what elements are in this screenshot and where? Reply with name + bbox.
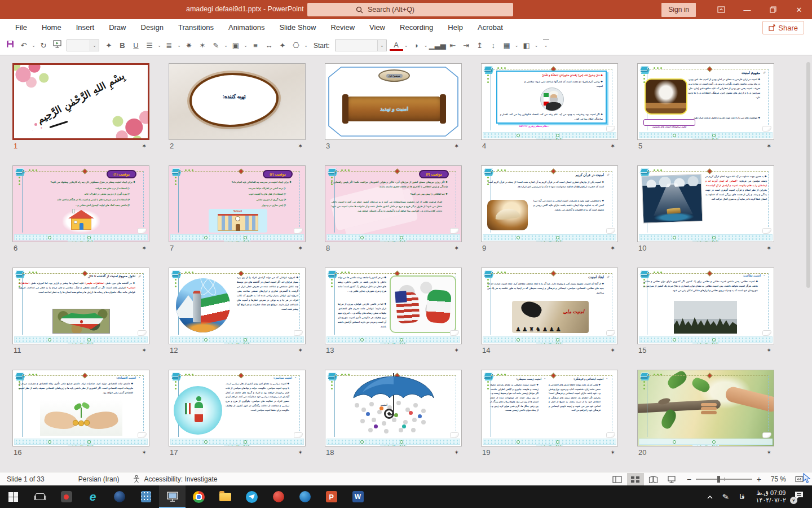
taskbar-app-file-explorer[interactable] xyxy=(212,485,239,508)
undo-dropdown-icon[interactable]: ⌄ xyxy=(30,40,37,52)
tab-review[interactable]: Review xyxy=(323,19,362,36)
save-button[interactable] xyxy=(3,40,17,52)
taskbar-app-telegram[interactable] xyxy=(239,485,265,508)
slide-thumbnail-6[interactable]: موقعیت (۱) ❖ برای ایجاد امنیت بیشتر در م… xyxy=(12,165,149,252)
notification-center-button[interactable]: ۲ xyxy=(794,491,804,502)
redo-button[interactable]: ↻ xyxy=(37,40,50,52)
zoom-percentage[interactable]: 75 % xyxy=(762,475,786,483)
windows-ink-button[interactable]: ✎ xyxy=(722,492,730,502)
shape-dropdown-icon[interactable]: ⌄ xyxy=(303,40,309,52)
share-button[interactable]: Share xyxy=(762,21,804,34)
slide-thumbnail-3[interactable]: موضوع اول امنیت و تهدید 3✶ xyxy=(325,63,462,150)
ribbon-display-options-button[interactable] xyxy=(708,0,734,19)
slide-thumbnail-17[interactable]: ▪ امنیت سیاسی: ❖ امنیت سیاسی به معنای ام… xyxy=(169,370,306,457)
tab-insert[interactable]: Insert xyxy=(69,19,102,36)
undo-button[interactable]: ↶ xyxy=(17,40,30,52)
resize-button[interactable]: ↕ xyxy=(487,40,500,52)
tab-acrobat[interactable]: Acrobat xyxy=(470,19,510,36)
normal-view-button[interactable] xyxy=(609,473,626,485)
numbering-button[interactable]: ≣ xyxy=(162,40,176,52)
effect-options-button[interactable]: ✦ xyxy=(276,40,289,52)
zoom-out-button[interactable]: − xyxy=(687,475,691,484)
tab-slide-show[interactable]: Slide Show xyxy=(272,19,323,36)
slide-thumbnail-1[interactable]: بِسْمِ اللهِ الرَّحْمٰنِ الرَّحِيم 1✶ xyxy=(12,63,149,150)
task-view-button[interactable] xyxy=(27,485,53,508)
zoom-slider-thumb[interactable] xyxy=(717,476,720,483)
slide-thumbnail-20[interactable]: آمادگی دفاعی پایه نهم 20✶ xyxy=(637,370,774,457)
fill-dropdown-icon[interactable]: ⌄ xyxy=(533,40,540,52)
slide-thumbnail-8[interactable]: موقعیت (۳) ❖ اگر روزی نیروهای مسلح کشور … xyxy=(325,165,462,252)
align-right-objects-button[interactable]: ⇥ xyxy=(460,40,473,52)
tab-home[interactable]: Home xyxy=(34,19,69,36)
zoom-in-button[interactable]: + xyxy=(757,475,761,484)
combobox-caret-icon[interactable]: ⌄ xyxy=(377,40,386,51)
tab-help[interactable]: Help xyxy=(440,19,470,36)
distribute-button[interactable]: ↔ xyxy=(262,40,276,52)
slide-thumbnail-2[interactable]: تهیه کننده: 2✶ xyxy=(169,63,306,150)
slide-thumbnail-4[interactable]: ❖ قالَ رَسُولُ الله (ص): نِعْمَتانِ مَجْ… xyxy=(481,63,618,150)
slide-thumbnail-15[interactable]: ▪ امنیت نظامی: ❖ امنیت نظامی، یعنی داشتن… xyxy=(637,268,774,354)
taskbar-app-edge[interactable]: e xyxy=(80,485,106,508)
qat-overflow-button[interactable]: ⌄ xyxy=(543,39,549,52)
align-left-objects-button[interactable]: ⇤ xyxy=(446,40,460,52)
slide-thumbnail-18[interactable]: امنیت آمادگی دفاعی پایه نهم 18✶ xyxy=(325,370,462,457)
shape-format-button[interactable]: ⎔ xyxy=(289,40,303,52)
slide-thumbnail-9[interactable]: ✎ امنیت در قرآن کریم ❖ امنیت یکی از نیاز… xyxy=(481,165,618,252)
combobox-caret-icon[interactable]: ⌄ xyxy=(90,40,99,51)
language-switch-button[interactable]: فا xyxy=(739,493,744,501)
tab-view[interactable]: View xyxy=(362,19,392,36)
tab-animations[interactable]: Animations xyxy=(221,19,272,36)
animation-star-button[interactable]: ✶ xyxy=(196,40,209,52)
show-hidden-icons-button[interactable] xyxy=(707,492,713,502)
bold-button[interactable]: B xyxy=(116,40,129,52)
tab-transitions[interactable]: Transitions xyxy=(171,19,221,36)
start-button[interactable] xyxy=(0,485,27,508)
slide-thumbnail-14[interactable]: ✎ ابعاد امنیت ❖ از آنجا که امنیت، مفهوم … xyxy=(481,268,618,354)
underline-button[interactable]: U xyxy=(129,40,143,52)
slide-thumbnail-7[interactable]: موقعیت (۲) ❖ برای ایجاد امنیت در مدرسه چ… xyxy=(169,165,306,252)
taskbar-app-chrome[interactable] xyxy=(186,485,212,508)
taskbar-app-media[interactable] xyxy=(53,485,80,508)
font-combobox[interactable]: ⌄ xyxy=(67,40,99,51)
picture-dropdown-icon[interactable]: ⌄ xyxy=(514,40,520,52)
arrange-button[interactable]: ▣ xyxy=(229,40,242,52)
start-from-beginning-button[interactable] xyxy=(50,40,64,52)
accessibility-status[interactable]: Accessibility: Investigate xyxy=(133,475,217,483)
clock[interactable]: 07:09 ق.ظ ۱۴۰۴/۰۷/۰۲ xyxy=(756,489,786,504)
arrange-dropdown-icon[interactable]: ⌄ xyxy=(242,40,249,52)
slide-thumbnail-13[interactable]: ❖ در هر کشور یا جامعه ریشه ناامنی ها می … xyxy=(325,268,462,354)
taskbar-app-powerpoint-window[interactable] xyxy=(159,485,186,508)
vertical-scrollbar[interactable] xyxy=(806,62,810,288)
insert-picture-button[interactable]: ▦ xyxy=(500,40,514,52)
slide-sorter-view-button[interactable] xyxy=(627,473,644,485)
minimize-button[interactable]: — xyxy=(734,0,760,19)
taskbar-app-sphere[interactable] xyxy=(106,485,133,508)
chart-button[interactable]: ▁▃▅ xyxy=(429,40,446,52)
painter-dropdown-icon[interactable]: ⌄ xyxy=(223,40,229,52)
font-color-dropdown-icon[interactable]: ⌄ xyxy=(403,40,409,52)
tab-design[interactable]: Design xyxy=(134,19,171,36)
taskbar-app-blue[interactable] xyxy=(292,485,318,508)
slide-show-view-button[interactable] xyxy=(663,473,680,485)
animation-effect-button[interactable]: ✷ xyxy=(182,40,196,52)
slide-thumbnail-5[interactable]: ✎ مفهوم امنیت ❖ امنیت در زبان فارسی به م… xyxy=(637,63,774,150)
slide-thumbnail-12[interactable]: ❖ امروزه عواملی که می تواند آرامش افراد … xyxy=(169,268,306,354)
tab-recording[interactable]: Recording xyxy=(392,19,440,36)
taskbar-app-red[interactable] xyxy=(265,485,292,508)
language-indicator[interactable]: Persian (Iran) xyxy=(78,475,120,483)
animation-painter-button[interactable]: ✎ xyxy=(209,40,223,52)
colors-dropdown-icon[interactable]: ⌄ xyxy=(423,40,429,52)
sign-in-button[interactable]: Sign in xyxy=(661,3,696,17)
restore-button[interactable] xyxy=(760,0,786,19)
slide-thumbnail-19[interactable]: ▪ امنیت اجتماعی و فرهنگی: ❖ وقتی که یک م… xyxy=(481,370,618,457)
bullets-button[interactable]: ☰ xyxy=(143,40,156,52)
search-input[interactable]: Search (Alt+Q) xyxy=(307,3,513,16)
taskbar-app-powerpoint[interactable]: P xyxy=(318,485,345,508)
theme-colors-button[interactable]: ◑ xyxy=(409,40,423,52)
taskbar-app-calculator[interactable] xyxy=(133,485,159,508)
font-color-button[interactable]: A xyxy=(390,41,403,51)
animation-start-combobox[interactable]: ⌄ xyxy=(335,40,387,51)
add-animation-button[interactable]: ✦ xyxy=(102,40,116,52)
close-button[interactable]: ✕ xyxy=(786,0,812,19)
align-objects-button[interactable]: ≡ xyxy=(249,40,262,52)
